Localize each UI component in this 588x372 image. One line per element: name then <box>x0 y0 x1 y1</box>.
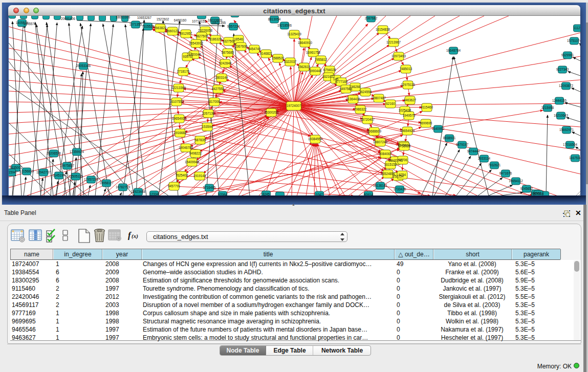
svg-text:7932621: 7932621 <box>488 163 501 167</box>
svg-text:10973493: 10973493 <box>391 54 406 58</box>
svg-text:97706: 97706 <box>398 158 407 162</box>
svg-text:80914: 80914 <box>364 193 373 195</box>
svg-text:1527602: 1527602 <box>157 17 169 21</box>
svg-text:15136141: 15136141 <box>373 184 388 187</box>
svg-text:2933114: 2933114 <box>478 157 491 160</box>
svg-text:2803144: 2803144 <box>215 76 228 79</box>
svg-text:62160: 62160 <box>386 102 395 105</box>
svg-text:11325419: 11325419 <box>287 32 301 36</box>
svg-text:9474444: 9474444 <box>467 149 480 153</box>
svg-text:12093872: 12093872 <box>559 84 574 87</box>
svg-text:19654923: 19654923 <box>400 129 415 133</box>
svg-text:8938931: 8938931 <box>443 136 456 140</box>
svg-text:6990448: 6990448 <box>309 69 322 73</box>
svg-text:20691406: 20691406 <box>61 17 76 20</box>
svg-text:16210643: 16210643 <box>554 114 569 117</box>
svg-text:9777169: 9777169 <box>335 80 348 83</box>
svg-text:1071355: 1071355 <box>129 23 142 26</box>
svg-text:10807487: 10807487 <box>372 96 386 100</box>
svg-text:6479197: 6479197 <box>456 143 469 146</box>
svg-text:1405574: 1405574 <box>24 22 36 26</box>
svg-text:12942737: 12942737 <box>36 170 51 174</box>
svg-text:8498222: 8498222 <box>189 151 202 155</box>
svg-text:317006: 317006 <box>209 100 220 103</box>
svg-text:9699695: 9699695 <box>420 121 432 125</box>
svg-text:16543912: 16543912 <box>189 41 204 45</box>
svg-text:11127: 11127 <box>574 26 580 30</box>
svg-text:7485013: 7485013 <box>400 67 412 71</box>
svg-text:3624554: 3624554 <box>359 90 372 94</box>
svg-text:12444155: 12444155 <box>552 99 567 102</box>
svg-text:15751074: 15751074 <box>567 39 580 42</box>
svg-text:9115460: 9115460 <box>421 105 433 109</box>
svg-text:2718176: 2718176 <box>177 70 190 73</box>
svg-text:(x): (x) <box>132 233 138 239</box>
svg-text:16782759: 16782759 <box>116 185 130 189</box>
svg-text:1916682: 1916682 <box>174 131 187 135</box>
svg-text:8660123: 8660123 <box>166 29 179 33</box>
svg-text:1145194: 1145194 <box>53 173 66 177</box>
svg-text:8635001: 8635001 <box>10 166 23 169</box>
svg-text:10688609: 10688609 <box>367 129 382 133</box>
svg-text:6794028: 6794028 <box>323 68 336 72</box>
svg-text:7515526: 7515526 <box>142 25 155 28</box>
svg-text:97064: 97064 <box>218 193 227 195</box>
svg-text:1949575: 1949575 <box>403 114 416 117</box>
svg-text:10719155: 10719155 <box>192 19 207 23</box>
svg-text:5875685: 5875685 <box>222 51 234 54</box>
svg-text:9756928: 9756928 <box>398 144 411 148</box>
svg-text:16648784: 16648784 <box>446 49 461 52</box>
svg-text:9084067: 9084067 <box>379 152 392 156</box>
svg-text:9242848: 9242848 <box>219 61 232 65</box>
svg-text:9227343: 9227343 <box>556 68 569 71</box>
svg-text:5322037: 5322037 <box>284 60 297 63</box>
svg-text:9827509: 9827509 <box>195 34 208 38</box>
svg-text:3215958: 3215958 <box>541 106 554 110</box>
svg-text:8471676: 8471676 <box>499 171 512 175</box>
svg-text:1167534: 1167534 <box>569 156 580 160</box>
svg-text:19724007: 19724007 <box>287 104 301 107</box>
svg-text:1919144: 1919144 <box>193 174 206 178</box>
svg-text:12923448: 12923448 <box>131 190 146 193</box>
svg-text:17016504: 17016504 <box>563 143 578 146</box>
svg-text:2367608: 2367608 <box>235 45 248 48</box>
svg-text:1733426: 1733426 <box>394 187 406 191</box>
svg-text:12975115: 12975115 <box>401 83 415 86</box>
svg-text:7955812: 7955812 <box>315 58 328 61</box>
svg-text:16107552: 16107552 <box>169 100 184 103</box>
svg-text:9457791: 9457791 <box>168 184 181 188</box>
svg-text:10653267: 10653267 <box>137 16 152 19</box>
svg-text:18653306: 18653306 <box>116 16 130 19</box>
svg-text:8245: 8245 <box>263 192 270 195</box>
svg-text:3267130: 3267130 <box>202 112 215 115</box>
svg-text:25300203: 25300203 <box>264 111 279 114</box>
svg-text:20053346: 20053346 <box>76 64 91 68</box>
svg-text:924564: 924564 <box>533 192 544 195</box>
svg-text:1047: 1047 <box>316 193 323 195</box>
svg-text:6466160: 6466160 <box>174 18 187 22</box>
svg-text:1615152: 1615152 <box>384 163 397 166</box>
svg-text:1025438: 1025438 <box>399 108 411 112</box>
svg-text:16154838: 16154838 <box>376 28 390 31</box>
svg-text:18640910: 18640910 <box>298 41 313 45</box>
svg-text:2087682: 2087682 <box>365 16 378 20</box>
svg-text:19654933: 19654933 <box>172 117 187 120</box>
svg-text:9915947: 9915947 <box>9 170 18 174</box>
svg-text:17957225: 17957225 <box>84 178 99 181</box>
svg-text:9357224: 9357224 <box>227 25 240 28</box>
svg-text:12156819: 12156819 <box>19 169 34 173</box>
svg-text:12334: 12334 <box>149 192 159 195</box>
svg-text:23226058: 23226058 <box>198 29 213 32</box>
svg-text:1588520: 1588520 <box>272 56 285 60</box>
svg-text:12213967: 12213967 <box>386 40 401 44</box>
svg-text:9327509: 9327509 <box>223 39 235 43</box>
svg-text:15720407: 15720407 <box>360 118 375 121</box>
svg-text:9245652: 9245652 <box>520 187 533 190</box>
svg-text:16961758: 16961758 <box>306 51 321 54</box>
svg-text:8912957: 8912957 <box>180 32 192 35</box>
svg-text:93976: 93976 <box>183 55 192 58</box>
svg-text:587835: 587835 <box>194 138 206 142</box>
svg-text:19975857: 19975857 <box>60 164 75 167</box>
svg-text:19218506: 19218506 <box>277 24 292 27</box>
svg-text:19384554: 19384554 <box>308 137 323 141</box>
